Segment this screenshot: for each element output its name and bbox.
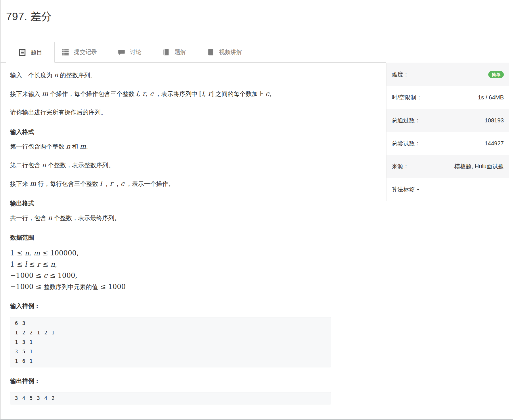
discussion-bubble-icon xyxy=(118,48,125,56)
page-title: 797. 差分 xyxy=(6,10,513,23)
submission-list-icon xyxy=(62,48,69,56)
sample-output-heading: 输出样例： xyxy=(10,377,331,385)
problem-content: 输入一个长度为 n 的整数序列。接下来输入 m 个操作，每个操作包含三个整数 l… xyxy=(10,63,331,414)
input-format-line-1: 第一行包含两个整数 n 和 m。 xyxy=(10,142,331,151)
algorithm-tags-row[interactable]: 算法标签 xyxy=(386,178,509,201)
tab-video[interactable]: 视频讲解 xyxy=(207,42,242,62)
output-sample-code: 3 4 5 3 4 2 xyxy=(10,392,331,404)
sample-input-heading: 输入样例： xyxy=(10,302,331,310)
input-format-line-2: 第二行包含 n 个整数，表示整数序列。 xyxy=(10,161,331,169)
data-range-heading: 数据范围 xyxy=(10,234,331,241)
problem-desc-line-2: 接下来输入 m 个操作，每个操作包含三个整数 l, r, c ，表示将序列中 [… xyxy=(10,89,331,98)
solution-book-icon xyxy=(162,48,170,56)
input-format-line-3: 接下来 m 行，每行包含三个整数 l ，r ，c ，表示一个操作。 xyxy=(10,179,331,188)
tab-solution[interactable]: 题解 xyxy=(162,42,186,62)
problem-page: 797. 差分 题目提交记录讨论题解视频讲解 输入一个长度为 n 的整数序列。接… xyxy=(0,0,513,420)
tab-label: 视频讲解 xyxy=(219,48,242,56)
time-space-limit-row: 时/空限制：1s / 64MB xyxy=(386,86,509,109)
sidebar-row-value: 144927 xyxy=(485,140,504,147)
total-accepted-row: 总通过数：108193 xyxy=(386,109,509,132)
problem-info-sidebar: 难度：简单时/空限制：1s / 64MB总通过数：108193总尝试数：1449… xyxy=(386,63,509,201)
sidebar-row-label: 算法标签 xyxy=(392,186,415,193)
sidebar-row-label: 时/空限制： xyxy=(392,94,422,101)
sidebar-row-label: 总尝试数： xyxy=(392,140,420,147)
total-attempted-row: 总尝试数：144927 xyxy=(386,132,509,155)
data-range-constraints: 1 ≤ n, m ≤ 100000,1 ≤ l ≤ r ≤ n,−1000 ≤ … xyxy=(10,248,331,292)
source-row: 来源：模板题, Hulu面试题 xyxy=(386,155,509,178)
sidebar-row-value: 1s / 64MB xyxy=(478,94,504,101)
constraint-line: −1000 ≤ 整数序列中元素的值 ≤ 1000 xyxy=(10,281,331,292)
tab-submissions[interactable]: 提交记录 xyxy=(62,42,97,62)
sidebar-row-label: 来源： xyxy=(392,163,409,170)
constraint-line: −1000 ≤ c ≤ 1000, xyxy=(10,270,331,281)
difficulty-row: 难度：简单 xyxy=(386,63,509,86)
sidebar-row-label: 难度： xyxy=(392,71,409,78)
difficulty-badge: 简单 xyxy=(488,71,504,78)
code-line: 3 5 1 xyxy=(15,347,326,357)
caret-down-icon xyxy=(417,189,420,190)
constraint-line: 1 ≤ l ≤ r ≤ n, xyxy=(10,259,331,270)
input-sample-code: 6 31 2 2 1 2 11 3 13 5 11 6 1 xyxy=(10,317,331,367)
code-line: 3 4 5 3 4 2 xyxy=(15,394,326,403)
problem-desc-line-1: 输入一个长度为 n 的整数序列。 xyxy=(10,71,331,80)
output-format-line-1: 共一行，包含 n 个整数，表示最终序列。 xyxy=(10,213,331,222)
tab-label: 提交记录 xyxy=(74,48,97,56)
tab-label: 题解 xyxy=(175,48,186,56)
content-area: 输入一个长度为 n 的整数序列。接下来输入 m 个操作，每个操作包含三个整数 l… xyxy=(1,63,513,414)
tab-label: 题目 xyxy=(31,49,42,56)
input-format-heading: 输入格式 xyxy=(10,128,331,136)
tab-bar: 题目提交记录讨论题解视频讲解 xyxy=(1,42,386,63)
video-book-icon xyxy=(207,48,215,56)
code-line: 1 6 1 xyxy=(15,357,326,366)
code-line: 6 3 xyxy=(15,319,326,328)
sidebar-row-value: 108193 xyxy=(485,117,504,124)
code-line: 1 3 1 xyxy=(15,338,326,347)
code-line: 1 2 2 1 2 1 xyxy=(15,328,326,338)
tab-label: 讨论 xyxy=(130,48,141,56)
sidebar-row-value: 模板题, Hulu面试题 xyxy=(454,163,504,170)
problem-desc-line-3: 请你输出进行完所有操作后的序列。 xyxy=(10,108,331,117)
tab-discussion[interactable]: 讨论 xyxy=(118,42,141,62)
output-format-heading: 输出格式 xyxy=(10,200,331,207)
tab-problem[interactable]: 题目 xyxy=(6,42,55,63)
problem-doc-icon xyxy=(18,49,26,56)
constraint-line: 1 ≤ n, m ≤ 100000, xyxy=(10,248,331,259)
sidebar-row-label: 总通过数： xyxy=(392,117,420,124)
